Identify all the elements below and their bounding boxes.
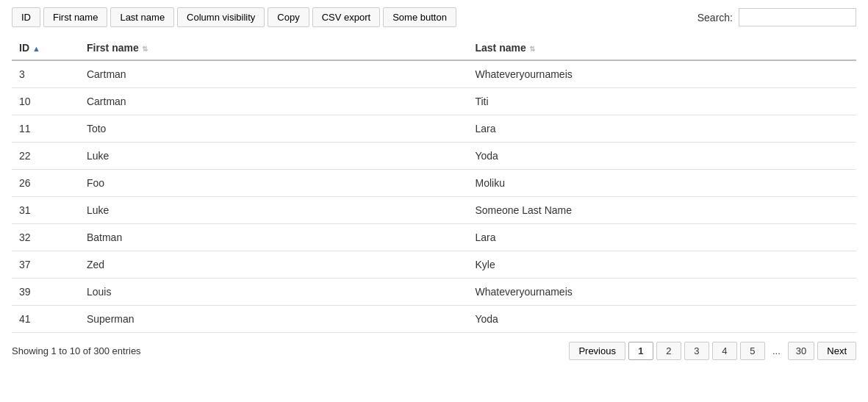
table-row: 10CartmanTiti bbox=[12, 88, 856, 115]
col-label-lastname: Last name bbox=[475, 42, 526, 54]
cell-lastname: Lara bbox=[467, 115, 856, 143]
cell-firstname: Cartman bbox=[79, 88, 468, 115]
page-btn-1[interactable]: 1 bbox=[628, 342, 653, 360]
prev-button[interactable]: Previous bbox=[569, 342, 625, 360]
cell-id: 11 bbox=[12, 115, 79, 143]
sort-icon-firstname: ⇅ bbox=[142, 45, 148, 53]
next-button[interactable]: Next bbox=[817, 342, 856, 360]
cell-firstname: Cartman bbox=[79, 60, 468, 88]
table-row: 41SupermanYoda bbox=[12, 306, 856, 333]
cell-lastname: Titi bbox=[467, 88, 856, 115]
search-area: Search: bbox=[697, 8, 856, 26]
cell-firstname: Superman bbox=[79, 306, 468, 333]
cell-firstname: Zed bbox=[79, 251, 468, 279]
cell-lastname: Lara bbox=[467, 224, 856, 251]
sort-icon-lastname: ⇅ bbox=[529, 45, 535, 53]
cell-id: 31 bbox=[12, 197, 79, 224]
col-header-lastname[interactable]: Last name ⇅ bbox=[467, 36, 856, 60]
cell-lastname: Kyle bbox=[467, 251, 856, 279]
table-row: 3CartmanWhateveryournameis bbox=[12, 60, 856, 88]
cell-id: 26 bbox=[12, 170, 79, 197]
col-label-id: ID bbox=[19, 42, 29, 54]
cell-id: 10 bbox=[12, 88, 79, 115]
header-row: ID ▲First name ⇅Last name ⇅ bbox=[12, 36, 856, 60]
pagination: Showing 1 to 10 of 300 entries Previous1… bbox=[12, 342, 856, 360]
page-btn-4[interactable]: 4 bbox=[712, 342, 737, 360]
cell-id: 32 bbox=[12, 224, 79, 251]
page-btn-5[interactable]: 5 bbox=[740, 342, 765, 360]
cell-id: 3 bbox=[12, 60, 79, 88]
cell-id: 22 bbox=[12, 143, 79, 170]
cell-lastname: Whateveryournameis bbox=[467, 60, 856, 88]
cell-lastname: Someone Last Name bbox=[467, 197, 856, 224]
cell-id: 41 bbox=[12, 306, 79, 333]
cell-firstname: Luke bbox=[79, 197, 468, 224]
search-input[interactable] bbox=[739, 8, 856, 26]
col-label-firstname: First name bbox=[87, 42, 139, 54]
table-row: 11TotoLara bbox=[12, 115, 856, 143]
sort-icon-id: ▲ bbox=[32, 44, 40, 53]
page-btn-2[interactable]: 2 bbox=[656, 342, 681, 360]
table-row: 37ZedKyle bbox=[12, 251, 856, 279]
pagination-ellipsis: ... bbox=[768, 342, 785, 359]
pagination-info: Showing 1 to 10 of 300 entries bbox=[12, 345, 141, 356]
cell-lastname: Whateveryournameis bbox=[467, 279, 856, 306]
table-row: 32BatmanLara bbox=[12, 224, 856, 251]
table-row: 31LukeSomeone Last Name bbox=[12, 197, 856, 224]
col-header-firstname[interactable]: First name ⇅ bbox=[79, 36, 468, 60]
btn-some-button-button[interactable]: Some button bbox=[383, 7, 456, 27]
table-row: 22LukeYoda bbox=[12, 143, 856, 170]
table-header: ID ▲First name ⇅Last name ⇅ bbox=[12, 36, 856, 60]
btn-csv-export-button[interactable]: CSV export bbox=[312, 7, 380, 27]
toolbar: IDFirst nameLast nameColumn visibilityCo… bbox=[12, 7, 856, 27]
btn-column-visibility-button[interactable]: Column visibility bbox=[177, 7, 265, 27]
cell-id: 39 bbox=[12, 279, 79, 306]
cell-firstname: Louis bbox=[79, 279, 468, 306]
cell-id: 37 bbox=[12, 251, 79, 279]
page-btn-last[interactable]: 30 bbox=[788, 342, 814, 360]
btn-lastname-button[interactable]: Last name bbox=[110, 7, 174, 27]
btn-firstname-button[interactable]: First name bbox=[43, 7, 107, 27]
page-btn-3[interactable]: 3 bbox=[684, 342, 709, 360]
search-label: Search: bbox=[697, 12, 733, 24]
cell-firstname: Luke bbox=[79, 143, 468, 170]
table-row: 26FooMoliku bbox=[12, 170, 856, 197]
cell-firstname: Toto bbox=[79, 115, 468, 143]
table-body: 3CartmanWhateveryournameis10CartmanTiti1… bbox=[12, 60, 856, 333]
cell-lastname: Moliku bbox=[467, 170, 856, 197]
cell-firstname: Batman bbox=[79, 224, 468, 251]
table-row: 39LouisWhateveryournameis bbox=[12, 279, 856, 306]
btn-id-button[interactable]: ID bbox=[12, 7, 40, 27]
data-table: ID ▲First name ⇅Last name ⇅ 3CartmanWhat… bbox=[12, 36, 856, 333]
pagination-controls: Previous12345...30Next bbox=[569, 342, 856, 360]
cell-lastname: Yoda bbox=[467, 306, 856, 333]
toolbar-buttons: IDFirst nameLast nameColumn visibilityCo… bbox=[12, 7, 456, 27]
col-header-id[interactable]: ID ▲ bbox=[12, 36, 79, 60]
cell-firstname: Foo bbox=[79, 170, 468, 197]
cell-lastname: Yoda bbox=[467, 143, 856, 170]
btn-copy-button[interactable]: Copy bbox=[268, 7, 309, 27]
